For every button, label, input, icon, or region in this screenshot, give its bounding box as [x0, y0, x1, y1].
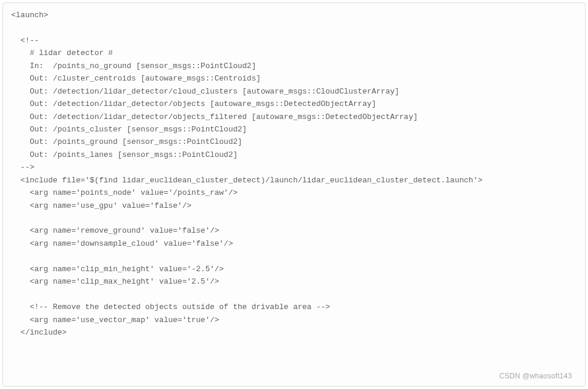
code-container: <launch> <!-- # lidar detector # In: /po… [2, 2, 586, 387]
code-block: <launch> <!-- # lidar detector # In: /po… [3, 3, 585, 345]
watermark: CSDN @whaosoft143 [499, 371, 572, 382]
